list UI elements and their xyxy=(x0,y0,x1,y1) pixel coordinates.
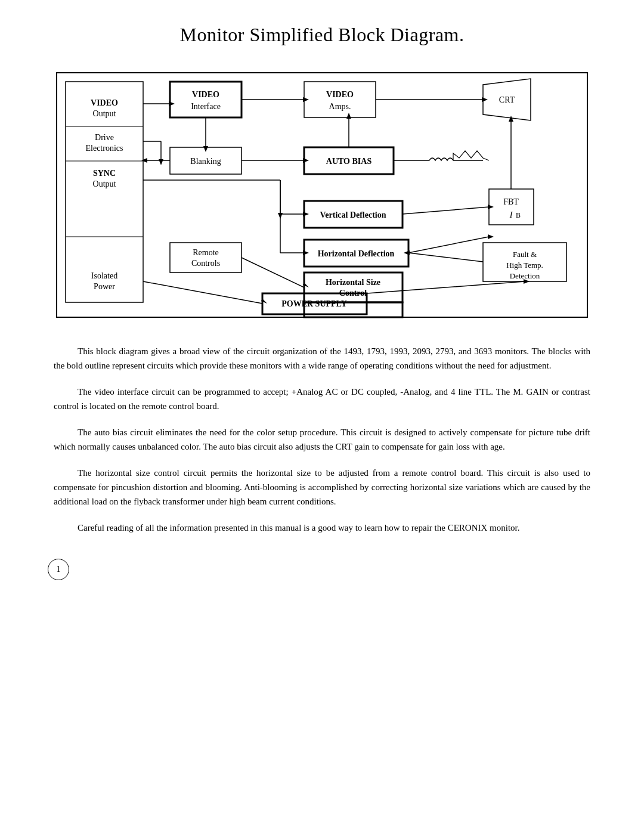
svg-text:High Temp.: High Temp. xyxy=(506,261,543,270)
svg-rect-21 xyxy=(304,82,376,117)
page-number-container: 1 xyxy=(48,559,596,580)
svg-text:Horizontal Size: Horizontal Size xyxy=(326,278,380,287)
svg-text:I: I xyxy=(509,210,513,219)
svg-marker-86 xyxy=(141,158,147,163)
svg-text:VIDEO: VIDEO xyxy=(326,90,354,99)
svg-line-68 xyxy=(242,258,304,287)
svg-line-80 xyxy=(367,281,525,293)
paragraph-5: Careful reading of all the information p… xyxy=(54,521,590,535)
svg-marker-47 xyxy=(169,101,175,106)
svg-rect-30 xyxy=(304,272,402,302)
svg-text:FBT: FBT xyxy=(503,197,519,206)
svg-text:Remote: Remote xyxy=(193,248,219,257)
svg-marker-73 xyxy=(488,205,494,209)
svg-marker-49 xyxy=(303,97,309,102)
svg-rect-18 xyxy=(170,243,242,272)
svg-text:AUTO BIAS: AUTO BIAS xyxy=(326,157,372,166)
svg-text:CRT: CRT xyxy=(499,95,515,104)
body-text: This block diagram gives a broad view of… xyxy=(54,344,590,535)
svg-text:Horizontal Deflection: Horizontal Deflection xyxy=(318,249,395,258)
svg-text:Controls: Controls xyxy=(191,259,220,268)
svg-text:Detection: Detection xyxy=(510,271,540,280)
svg-rect-0 xyxy=(57,73,587,317)
svg-marker-79 xyxy=(404,250,410,255)
svg-line-72 xyxy=(402,207,489,214)
svg-marker-67 xyxy=(303,250,309,255)
svg-text:VIDEO: VIDEO xyxy=(192,90,219,99)
svg-text:Drive: Drive xyxy=(95,133,114,142)
svg-text:POWER SUPPLY: POWER SUPPLY xyxy=(281,299,347,308)
svg-marker-65 xyxy=(303,212,309,216)
svg-text:SYNC: SYNC xyxy=(93,169,116,178)
svg-text:Amps.: Amps. xyxy=(329,102,351,111)
svg-text:Isolated: Isolated xyxy=(91,271,117,280)
svg-marker-51 xyxy=(482,97,488,102)
page-number: 1 xyxy=(48,559,69,580)
svg-text:Fault &: Fault & xyxy=(513,250,537,259)
svg-text:B: B xyxy=(516,211,521,219)
svg-text:Power: Power xyxy=(94,282,115,291)
svg-line-74 xyxy=(408,237,489,253)
paragraph-3: The auto bias circuit eliminates the nee… xyxy=(54,425,590,454)
svg-marker-84 xyxy=(203,146,208,152)
svg-rect-13 xyxy=(170,82,242,117)
svg-marker-56 xyxy=(303,158,309,163)
svg-text:Output: Output xyxy=(93,109,116,118)
svg-text:Electronics: Electronics xyxy=(86,144,123,153)
svg-marker-75 xyxy=(488,234,494,239)
svg-marker-77 xyxy=(509,116,513,122)
block-diagram: VIDEO Output Drive Electronics SYNC Outp… xyxy=(54,70,590,320)
page-title: Monitor Simplified Block Diagram. xyxy=(48,24,596,46)
svg-text:Interface: Interface xyxy=(191,102,221,111)
paragraph-1: This block diagram gives a broad view of… xyxy=(54,344,590,373)
svg-text:Blanking: Blanking xyxy=(190,157,221,166)
svg-text:Output: Output xyxy=(93,179,116,188)
paragraph-4: The horizontal size control circuit perm… xyxy=(54,466,590,509)
svg-line-78 xyxy=(408,253,483,262)
svg-text:Vertical Deflection: Vertical Deflection xyxy=(320,210,386,219)
svg-line-70 xyxy=(143,281,262,304)
paragraph-2: The video interface circuit can be progr… xyxy=(54,385,590,413)
svg-marker-58 xyxy=(346,113,351,119)
svg-text:VIDEO: VIDEO xyxy=(91,98,118,107)
svg-rect-36 xyxy=(489,189,534,225)
